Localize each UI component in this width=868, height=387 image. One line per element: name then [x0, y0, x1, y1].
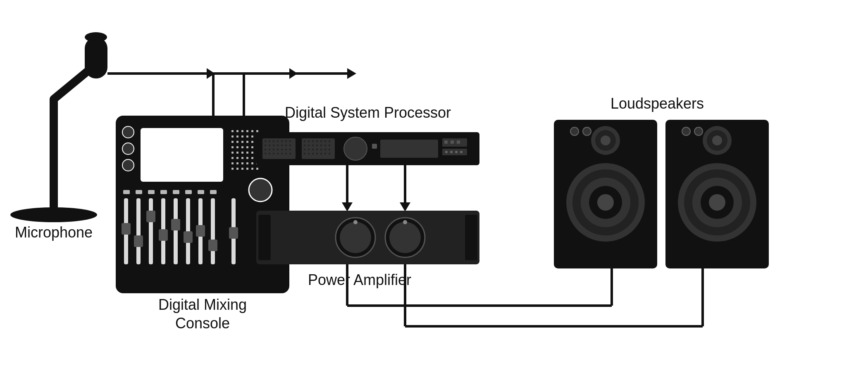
- svg-rect-135: [316, 145, 318, 146]
- svg-rect-123: [289, 153, 291, 154]
- svg-rect-110: [265, 149, 266, 150]
- svg-rect-149: [316, 153, 318, 154]
- svg-rect-82: [229, 227, 238, 239]
- microphone-label: Microphone: [15, 224, 93, 241]
- svg-rect-85: [148, 190, 155, 194]
- svg-rect-69: [174, 198, 178, 264]
- svg-point-64: [122, 159, 134, 171]
- svg-rect-40: [246, 152, 248, 154]
- svg-rect-14: [236, 130, 238, 132]
- svg-rect-122: [285, 153, 287, 154]
- svg-rect-146: [304, 153, 305, 154]
- svg-rect-75: [134, 235, 143, 247]
- svg-rect-126: [308, 140, 310, 142]
- svg-rect-44: [236, 157, 238, 159]
- digital-mixing-console-label-line2: Console: [175, 315, 230, 332]
- diagram-container: Microphone Digital Mixing Console Digita…: [0, 0, 868, 387]
- svg-rect-141: [312, 149, 314, 150]
- svg-rect-107: [281, 145, 283, 146]
- svg-rect-140: [308, 149, 310, 150]
- arrow-dsp-to-amp-right: [400, 165, 410, 211]
- svg-rect-100: [281, 140, 283, 142]
- svg-rect-159: [457, 140, 460, 144]
- svg-rect-90: [210, 190, 217, 194]
- arrow-dsp-to-amp-left: [342, 165, 353, 211]
- svg-rect-33: [241, 146, 243, 148]
- svg-point-161: [445, 151, 448, 153]
- svg-rect-115: [285, 149, 287, 150]
- svg-rect-84: [136, 190, 142, 194]
- digital-system-processor-icon: [256, 132, 479, 165]
- svg-rect-104: [269, 145, 270, 146]
- svg-rect-89: [198, 190, 204, 194]
- svg-rect-25: [231, 141, 234, 143]
- svg-rect-12: [141, 128, 223, 182]
- svg-rect-87: [173, 190, 179, 194]
- svg-rect-99: [277, 140, 279, 142]
- svg-rect-145: [329, 149, 330, 150]
- svg-point-193: [597, 194, 614, 211]
- svg-point-196: [601, 135, 610, 145]
- svg-rect-51: [241, 162, 243, 164]
- svg-rect-109: [289, 145, 291, 146]
- svg-rect-114: [281, 149, 283, 150]
- svg-rect-97: [269, 140, 270, 142]
- svg-rect-60: [256, 168, 258, 170]
- svg-rect-31: [231, 146, 234, 148]
- loudspeaker-left-icon: [554, 120, 657, 268]
- svg-rect-19: [231, 135, 234, 138]
- svg-rect-1: [50, 99, 58, 216]
- svg-point-199: [694, 127, 703, 135]
- power-amplifier-label: Power Amplifier: [308, 271, 411, 288]
- svg-rect-21: [241, 135, 243, 138]
- svg-point-162: [450, 151, 453, 153]
- svg-point-173: [340, 222, 371, 253]
- svg-marker-93: [347, 68, 356, 79]
- svg-rect-144: [324, 149, 326, 150]
- svg-rect-158: [451, 140, 454, 144]
- svg-rect-88: [185, 190, 192, 194]
- svg-rect-108: [285, 145, 287, 146]
- svg-rect-119: [273, 153, 274, 154]
- svg-rect-67: [149, 198, 153, 264]
- svg-rect-102: [289, 140, 291, 142]
- svg-point-5: [96, 55, 106, 65]
- svg-rect-50: [236, 162, 238, 164]
- svg-rect-170: [258, 215, 271, 260]
- svg-rect-134: [312, 145, 314, 146]
- svg-rect-47: [251, 157, 253, 159]
- svg-rect-106: [277, 145, 279, 146]
- svg-rect-171: [465, 215, 477, 260]
- svg-rect-26: [236, 141, 238, 143]
- loudspeaker-right-icon: [665, 120, 769, 268]
- svg-point-153: [344, 137, 367, 160]
- svg-rect-35: [251, 146, 253, 148]
- digital-system-processor-label: Digital System Processor: [285, 104, 451, 121]
- svg-point-4: [85, 32, 107, 42]
- svg-rect-17: [251, 130, 253, 132]
- svg-rect-147: [308, 153, 310, 154]
- svg-point-177: [403, 220, 407, 224]
- svg-rect-128: [316, 140, 318, 142]
- svg-rect-96: [265, 140, 266, 142]
- svg-rect-133: [308, 145, 310, 146]
- svg-rect-139: [304, 149, 305, 150]
- svg-point-63: [122, 143, 134, 154]
- svg-point-62: [122, 126, 134, 138]
- svg-rect-59: [251, 168, 253, 170]
- svg-rect-37: [231, 152, 234, 154]
- svg-rect-15: [241, 130, 243, 132]
- svg-rect-72: [211, 198, 215, 264]
- svg-rect-18: [256, 130, 258, 132]
- svg-rect-117: [265, 153, 266, 154]
- svg-rect-79: [184, 231, 193, 243]
- svg-rect-132: [304, 145, 305, 146]
- svg-rect-127: [312, 140, 314, 142]
- svg-rect-52: [246, 162, 248, 164]
- svg-rect-57: [241, 168, 243, 170]
- svg-rect-112: [273, 149, 274, 150]
- svg-marker-166: [342, 202, 353, 211]
- svg-point-198: [682, 127, 690, 135]
- loudspeakers-label: Loudspeakers: [610, 95, 704, 112]
- svg-point-188: [583, 127, 591, 135]
